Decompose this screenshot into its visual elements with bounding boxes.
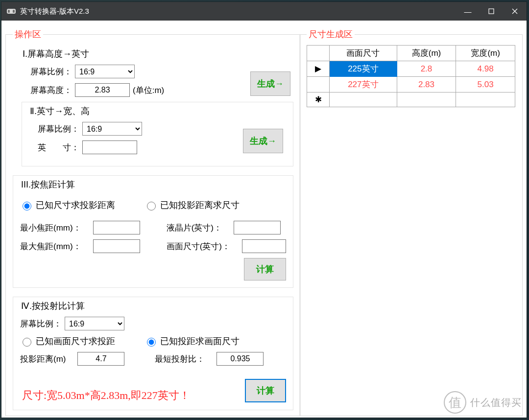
grid-header-width[interactable]: 宽度(m) [456, 46, 515, 61]
cell-width[interactable]: 5.03 [456, 77, 515, 93]
cell-width[interactable]: 4.98 [456, 61, 515, 77]
svg-rect-3 [489, 9, 494, 14]
radio-throw-to-size[interactable]: 已知投距求画面尺寸 [144, 335, 240, 347]
lcd-input[interactable] [234, 221, 281, 234]
ratio-select-1[interactable]: 16:9 [75, 65, 135, 78]
grid-row[interactable]: ▶ 225英寸 2.8 4.98 [307, 61, 515, 77]
screen-size-label: 画面尺寸(英寸)： [167, 241, 230, 252]
ratio-label-2: 屏幕比例： [38, 123, 79, 135]
section1-title: Ⅰ.屏幕高度→英寸 [23, 48, 293, 60]
ratio-label-1: 屏幕比例： [30, 66, 72, 77]
projection-distance-label: 投影距离(m) [20, 353, 66, 365]
title-bar[interactable]: 英寸转换器-版本V2.3 — [1, 2, 527, 21]
max-focal-label: 最大焦距(mm)： [20, 241, 81, 252]
radio-distance-to-size[interactable]: 已知投影距离求尺寸 [144, 199, 240, 211]
generate-button-1[interactable]: 生成→ [250, 71, 290, 96]
calculate-button-3[interactable]: 计算 [244, 258, 286, 280]
grid-header-row: 画面尺寸 高度(m) 宽度(m) [307, 46, 515, 61]
projection-distance-input[interactable] [77, 352, 124, 366]
grid-new-row[interactable]: ✱ [307, 93, 515, 107]
cell-height[interactable]: 2.8 [397, 61, 456, 77]
screen-size-input[interactable] [242, 239, 286, 253]
svg-rect-1 [8, 10, 10, 13]
ratio-select-4[interactable]: 16:9 [65, 317, 124, 330]
max-focal-input[interactable] [93, 239, 140, 253]
new-row-icon: ✱ [307, 93, 330, 107]
height-unit: (单位:m) [133, 85, 164, 96]
calculate-button-4[interactable]: 计算 [245, 379, 286, 402]
min-focal-input[interactable] [93, 221, 140, 234]
grid-corner [307, 46, 330, 61]
section2-title: Ⅱ.英寸→宽、高 [30, 105, 286, 117]
ratio-label-4: 屏幕比例： [20, 318, 62, 329]
inch-input[interactable] [82, 140, 137, 154]
generate-button-2[interactable]: 生成→ [243, 129, 283, 153]
lcd-label: 液晶片(英寸)： [167, 222, 222, 233]
row-marker-icon [307, 77, 330, 93]
section4-title: Ⅳ.按投射比计算 [21, 300, 286, 312]
app-icon [6, 7, 16, 15]
min-focal-label: 最小焦距(mm)： [20, 222, 81, 233]
result-grid[interactable]: 画面尺寸 高度(m) 宽度(m) ▶ 225英寸 2.8 4.98 227英寸 [307, 45, 515, 107]
min-throw-ratio-label: 最短投射比： [155, 353, 205, 365]
height-label: 屏幕高度： [30, 85, 72, 96]
maximize-button[interactable] [480, 2, 503, 21]
ratio-select-2[interactable]: 16:9 [82, 122, 142, 136]
radio-size-to-throw[interactable]: 已知画面尺寸求投距 [20, 335, 115, 347]
section3-title: III.按焦距计算 [21, 179, 286, 190]
screen-height-input[interactable] [75, 83, 130, 97]
operation-panel: 操作区 Ⅰ.屏幕高度→英寸 屏幕比例： 16:9 屏幕高度： (单位:m) 生成… [5, 28, 301, 416]
window-title: 英寸转换器-版本V2.3 [20, 7, 89, 16]
close-button[interactable] [503, 2, 527, 21]
grid-header-height[interactable]: 高度(m) [397, 46, 456, 61]
cell-size[interactable]: 225英寸 [330, 61, 397, 77]
cell-height[interactable]: 2.83 [397, 77, 456, 93]
grid-header-size[interactable]: 画面尺寸 [330, 46, 397, 61]
operation-legend: 操作区 [13, 28, 43, 40]
generation-panel: 尺寸生成区 画面尺寸 高度(m) 宽度(m) ▶ 225英寸 2.8 4 [299, 28, 523, 416]
app-window: 英寸转换器-版本V2.3 — 操作区 Ⅰ.屏幕高度→英寸 屏幕比例： 16:9 … [1, 2, 527, 418]
radio-size-to-distance[interactable]: 已知尺寸求投影距离 [20, 199, 115, 211]
minimize-button[interactable]: — [456, 2, 480, 21]
row-marker-icon: ▶ [307, 61, 330, 77]
min-throw-ratio-input[interactable] [216, 352, 264, 366]
inch-label: 英 寸： [38, 142, 79, 153]
svg-rect-2 [13, 10, 15, 13]
grid-row[interactable]: 227英寸 2.83 5.03 [307, 77, 515, 93]
result-text: 尺寸:宽5.03m*高2.83m,即227英寸！ [22, 388, 245, 403]
cell-size[interactable]: 227英寸 [330, 77, 397, 93]
generation-legend: 尺寸生成区 [307, 28, 355, 40]
